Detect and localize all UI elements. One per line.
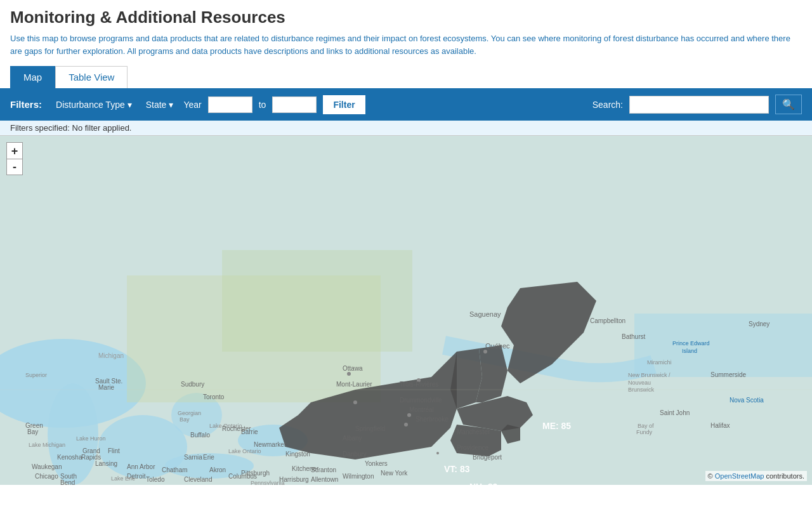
svg-rect-10 [222,250,412,352]
svg-text:Cleveland: Cleveland [184,476,212,483]
svg-text:Akron: Akron [209,466,226,473]
map-container: Québec Montréal Ottawa Sherbrooke Toront… [0,136,812,485]
svg-text:Saguenay: Saguenay [469,310,501,318]
svg-text:Summerside: Summerside [710,371,747,378]
svg-text:Lake Michigan: Lake Michigan [29,442,65,448]
year-label: Year [183,100,201,110]
svg-text:VT: 83: VT: 83 [444,464,470,474]
svg-text:Harrisburg: Harrisburg [279,476,309,483]
tab-map[interactable]: Map [10,66,55,88]
zoom-controls: + - [6,142,23,175]
svg-text:Springfield: Springfield [355,425,385,432]
svg-text:Sydney: Sydney [749,321,769,327]
search-input[interactable] [629,96,769,114]
svg-text:Lansing: Lansing [95,460,117,467]
svg-text:Ottawa: Ottawa [343,365,363,372]
svg-text:Danbury: Danbury [343,451,367,458]
svg-text:Lake Erie: Lake Erie [111,475,135,482]
chevron-down-icon: ▾ [128,100,132,110]
filter-status: Filters specified: No filter applied. [0,121,812,136]
svg-text:Prince Edward: Prince Edward [672,340,710,347]
zoom-out-button[interactable]: - [6,159,23,175]
svg-text:Waukegan: Waukegan [32,463,62,470]
svg-text:Allentown: Allentown [311,476,338,483]
search-label: Search: [593,100,623,110]
year-to-input[interactable] [272,96,317,113]
svg-text:ME: 85: ME: 85 [542,421,571,431]
svg-point-22 [347,372,351,376]
svg-text:Trois-Rivières: Trois-Rivières [400,381,438,388]
svg-text:Bay of: Bay of [638,423,654,429]
svg-text:Saint John: Saint John [660,409,690,416]
search-button[interactable]: 🔍 [775,95,802,114]
svg-text:Toledo: Toledo [146,476,165,483]
svg-text:Providence: Providence [457,444,488,451]
svg-text:Erie: Erie [203,454,214,461]
svg-text:Superior: Superior [25,372,47,378]
svg-point-20 [353,400,357,404]
map-background: Québec Montréal Ottawa Sherbrooke Toront… [0,136,812,485]
svg-text:Lake Ontario: Lake Ontario [228,448,261,454]
page-title: Monitoring & Additional Resources [10,8,802,27]
filter-bar: Filters: Disturbance Type ▾ State ▾ Year… [0,88,812,121]
svg-text:Newmarket: Newmarket [254,441,286,448]
svg-point-21 [483,350,487,354]
year-from-input[interactable] [208,96,252,113]
svg-text:Rochester: Rochester [222,425,251,432]
svg-point-19 [407,413,411,417]
zoom-in-button[interactable]: + [6,142,23,159]
svg-point-24 [404,423,408,426]
svg-text:Chicago: Chicago [35,473,58,480]
svg-text:Bay: Bay [180,416,190,423]
filters-label: Filters: [10,99,42,110]
search-icon: 🔍 [782,99,795,110]
state-dropdown[interactable]: State ▾ [142,97,178,112]
svg-text:Kitchener: Kitchener [292,465,319,472]
svg-point-25 [436,452,439,454]
svg-text:Chatham: Chatham [162,466,188,473]
chevron-down-icon: ▾ [169,100,173,110]
svg-text:Bridgeport: Bridgeport [473,454,502,461]
svg-text:Kingston: Kingston [285,451,310,458]
svg-rect-7 [634,314,812,377]
svg-text:Buffalo: Buffalo [190,432,210,439]
svg-text:Brunswick: Brunswick [628,387,655,393]
svg-text:Flint: Flint [108,447,120,454]
svg-text:Nouveau: Nouveau [628,380,651,386]
svg-text:Fundy: Fundy [636,429,653,435]
svg-text:Columbus: Columbus [228,473,257,480]
svg-text:Bend: Bend [60,479,75,485]
svg-text:Sudbury: Sudbury [181,381,204,388]
svg-text:Kenosha: Kenosha [57,454,82,461]
svg-text:New York: New York [381,470,408,477]
filter-button[interactable]: Filter [323,95,365,114]
svg-text:Québec: Québec [485,342,510,350]
svg-text:Albany: Albany [343,435,362,442]
tabs-container: Map Table View [0,66,812,88]
osm-credit: © OpenStreetMap contributors. [705,471,807,481]
svg-text:Lake Huron: Lake Huron [76,435,106,442]
svg-text:Ann Arbor: Ann Arbor [127,463,155,470]
svg-text:Montréal: Montréal [409,406,434,413]
svg-text:Georgian: Georgian [178,410,201,416]
disturbance-type-dropdown[interactable]: Disturbance Type ▾ [52,97,136,112]
tab-table[interactable]: Table View [55,66,128,88]
svg-text:Halifax: Halifax [710,422,730,429]
svg-text:Manchester: Manchester [457,428,490,435]
svg-text:Nova Scotia: Nova Scotia [730,397,764,404]
svg-text:Mont-Laurier: Mont-Laurier [336,381,372,388]
svg-text:Yonkers: Yonkers [365,460,388,467]
page-description: Use this map to browse programs and data… [10,32,802,57]
svg-text:Sarnia: Sarnia [184,454,202,461]
osm-link[interactable]: OpenStreetMap [715,472,764,480]
svg-text:Toronto: Toronto [203,393,225,400]
svg-text:Island: Island [682,348,697,354]
svg-text:Sherbrooke: Sherbrooke [416,416,449,423]
svg-text:Drummondville: Drummondville [400,397,442,404]
svg-text:Marie: Marie [98,384,114,391]
svg-text:Bay: Bay [27,428,38,435]
svg-text:New Brunswick /: New Brunswick / [628,372,671,378]
to-label: to [259,100,266,110]
svg-text:Miramichi: Miramichi [647,359,672,366]
page-header: Monitoring & Additional Resources Use th… [0,0,812,66]
